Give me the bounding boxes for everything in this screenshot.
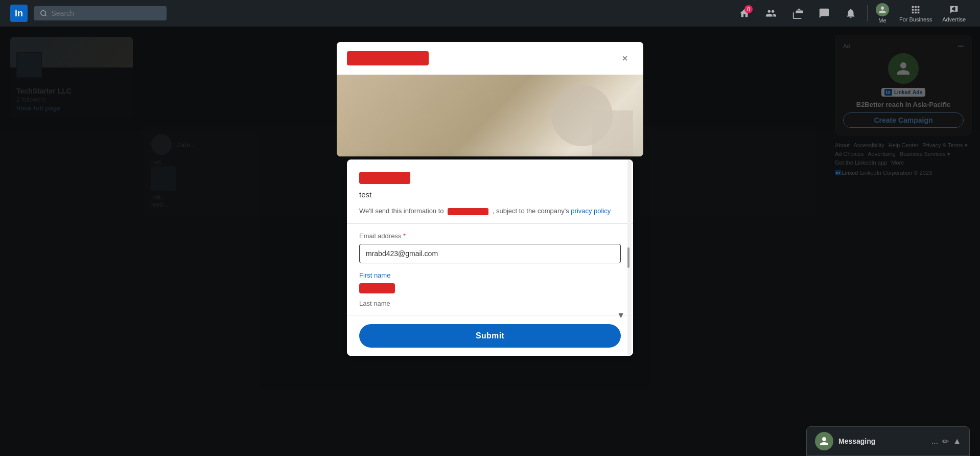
nav-network[interactable] [759, 5, 783, 21]
nav-notifications[interactable] [838, 5, 863, 21]
scrollbar-track[interactable] [627, 159, 632, 356]
bell-icon [845, 7, 857, 19]
modal-overlay: × test We'll send this information to , … [0, 27, 980, 456]
messaging-compose-icon[interactable]: ✏ [942, 437, 949, 446]
svg-line-1 [45, 15, 46, 16]
form-title-redacted [359, 172, 410, 184]
modal-banner [337, 75, 643, 156]
home-badge: 8 [744, 5, 753, 13]
first-name-label: First name [359, 271, 621, 279]
inner-modal: test We'll send this information to , su… [347, 159, 633, 356]
scroll-down-indicator: ▼ [617, 311, 625, 320]
email-input[interactable] [359, 244, 621, 263]
messaging-title: Messaging [838, 437, 926, 445]
name-section: First name Last name [347, 271, 633, 315]
nav-for-business[interactable]: For Business [895, 2, 936, 25]
info-suffix: , subject to the company's [493, 207, 569, 215]
email-label-text: Email address [359, 232, 401, 240]
messaging-avatar [815, 432, 833, 450]
messaging-widget[interactable]: Messaging ... ✏ ▲ [806, 426, 970, 456]
nav-divider [867, 5, 868, 21]
nav-icons: 8 [732, 1, 970, 26]
search-icon [40, 9, 47, 17]
email-label: Email address * [359, 232, 621, 240]
email-section: Email address * [347, 223, 633, 271]
form-test-value: test [359, 190, 621, 199]
email-required-mark: * [403, 232, 406, 240]
info-redacted [448, 208, 488, 215]
nav-me[interactable]: Me [872, 1, 893, 26]
jobs-icon [791, 7, 804, 19]
scrollbar-thumb[interactable] [627, 247, 629, 268]
home-icon: 8 [738, 7, 751, 19]
submit-button[interactable]: Submit [359, 324, 621, 348]
submit-area: Submit [347, 315, 633, 356]
user-avatar-nav [876, 3, 889, 16]
grid-icon [910, 4, 921, 15]
outer-modal-header: × [337, 42, 643, 75]
advertise-label: Advertise [942, 16, 966, 22]
messaging-collapse-icon[interactable]: ▲ [953, 437, 961, 446]
banner-shape [592, 110, 633, 156]
messaging-icons: ... ✏ ▲ [931, 437, 961, 446]
nav-messaging[interactable] [812, 5, 836, 21]
nav-advertise[interactable]: Advertise [938, 2, 970, 25]
for-business-label: For Business [899, 16, 932, 22]
privacy-policy-link[interactable]: privacy policy [571, 207, 611, 215]
network-icon [765, 7, 777, 19]
nav-jobs[interactable] [785, 5, 810, 21]
svg-point-0 [41, 11, 46, 16]
info-text: We'll send this information to , subject… [359, 207, 621, 223]
close-x-icon: × [622, 53, 628, 64]
messaging-dots[interactable]: ... [931, 437, 938, 446]
me-label: Me [878, 17, 886, 24]
info-prefix: We'll send this information to [359, 207, 444, 215]
messaging-icon [818, 7, 830, 19]
outer-modal-title-redacted [347, 51, 429, 65]
linkedin-logo[interactable]: in [10, 5, 28, 22]
search-bar[interactable] [34, 6, 167, 20]
outer-modal: × [337, 42, 643, 156]
inner-modal-body: test We'll send this information to , su… [347, 159, 633, 223]
nav-home[interactable]: 8 [732, 5, 757, 21]
last-name-label: Last name [359, 300, 621, 307]
advertise-icon [948, 4, 960, 15]
search-input[interactable] [51, 9, 160, 17]
navbar: in 8 [0, 0, 980, 27]
first-name-redacted [359, 283, 395, 293]
modal-close-button[interactable]: × [617, 50, 633, 66]
